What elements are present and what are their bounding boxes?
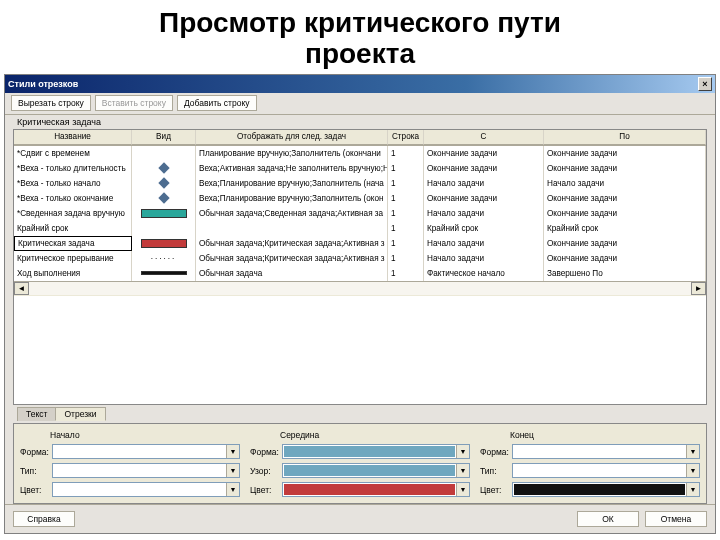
- chevron-down-icon: ▼: [456, 483, 469, 496]
- table-row[interactable]: *Веха - только длительностьВеха;Активная…: [14, 161, 706, 176]
- section-label: Критическая задача: [9, 115, 711, 129]
- ok-button[interactable]: ОК: [577, 511, 639, 527]
- chevron-down-icon: ▼: [686, 483, 699, 496]
- tab-text[interactable]: Текст: [17, 407, 56, 421]
- mid-forma-combo[interactable]: ▼: [282, 444, 470, 459]
- table-row[interactable]: *Веха - только окончаниеВеха;Планировани…: [14, 191, 706, 206]
- label-start: Начало: [20, 430, 240, 440]
- col-po[interactable]: По: [544, 130, 706, 145]
- chevron-down-icon: ▼: [456, 445, 469, 458]
- app-window: Стили отрезков × Вырезать строку Вставит…: [4, 74, 716, 534]
- hscrollbar[interactable]: ◄ ►: [14, 281, 706, 296]
- mid-cvet-combo[interactable]: ▼: [282, 482, 470, 497]
- scroll-left-icon[interactable]: ◄: [14, 282, 29, 295]
- col-show[interactable]: Отображать для след. задач: [196, 130, 388, 145]
- chevron-down-icon: ▼: [456, 464, 469, 477]
- help-button[interactable]: Справка: [13, 511, 75, 527]
- paste-row-button[interactable]: Вставить строку: [95, 95, 173, 111]
- start-tip-combo[interactable]: ▼: [52, 463, 240, 478]
- end-forma-combo[interactable]: ▼: [512, 444, 700, 459]
- footer: Справка ОК Отмена: [5, 504, 715, 533]
- end-cvet-combo[interactable]: ▼: [512, 482, 700, 497]
- table-row[interactable]: Критическое прерывание······Обычная зада…: [14, 251, 706, 266]
- tab-bars[interactable]: Отрезки: [55, 407, 105, 421]
- add-row-button[interactable]: Добавить строку: [177, 95, 257, 111]
- group-start: Начало Форма: ▼ Тип: ▼ Цвет: ▼: [20, 430, 240, 497]
- cut-row-button[interactable]: Вырезать строку: [11, 95, 91, 111]
- table-row[interactable]: Критическая задачаОбычная задача;Критиче…: [14, 236, 706, 251]
- chevron-down-icon: ▼: [226, 464, 239, 477]
- group-middle: Середина Форма: ▼ Узор: ▼ Цвет: ▼: [250, 430, 470, 497]
- chevron-down-icon: ▼: [226, 483, 239, 496]
- col-s[interactable]: С: [424, 130, 544, 145]
- label-end: Конец: [480, 430, 700, 440]
- group-end: Конец Форма: ▼ Тип: ▼ Цвет: ▼: [480, 430, 700, 497]
- cancel-button[interactable]: Отмена: [645, 511, 707, 527]
- end-tip-combo[interactable]: ▼: [512, 463, 700, 478]
- col-row[interactable]: Строка: [388, 130, 424, 145]
- table-row[interactable]: *Сдвиг с временемПланирование вручную;За…: [14, 146, 706, 161]
- styles-grid: Название Вид Отображать для след. задач …: [13, 129, 707, 405]
- slide-title: Просмотр критического путипроекта: [0, 0, 720, 74]
- chevron-down-icon: ▼: [686, 445, 699, 458]
- label-middle: Середина: [250, 430, 470, 440]
- table-row[interactable]: *Сведенная задача вручнуюОбычная задача;…: [14, 206, 706, 221]
- titlebar: Стили отрезков ×: [5, 75, 715, 93]
- toolbar: Вырезать строку Вставить строку Добавить…: [5, 93, 715, 115]
- col-name[interactable]: Название: [14, 130, 132, 145]
- bar-style-panel: Начало Форма: ▼ Тип: ▼ Цвет: ▼ Середина …: [13, 423, 707, 504]
- close-icon[interactable]: ×: [698, 77, 712, 91]
- chevron-down-icon: ▼: [226, 445, 239, 458]
- chevron-down-icon: ▼: [686, 464, 699, 477]
- scroll-right-icon[interactable]: ►: [691, 282, 706, 295]
- table-row[interactable]: Ход выполненияОбычная задача1Фактическое…: [14, 266, 706, 281]
- start-cvet-combo[interactable]: ▼: [52, 482, 240, 497]
- grid-body: *Сдвиг с временемПланирование вручную;За…: [14, 146, 706, 281]
- start-forma-combo[interactable]: ▼: [52, 444, 240, 459]
- lower-tabs: Текст Отрезки: [9, 405, 711, 423]
- table-row[interactable]: *Веха - только началоВеха;Планирование в…: [14, 176, 706, 191]
- col-vid[interactable]: Вид: [132, 130, 196, 145]
- grid-header: Название Вид Отображать для след. задач …: [14, 130, 706, 146]
- mid-uzor-combo[interactable]: ▼: [282, 463, 470, 478]
- window-title: Стили отрезков: [8, 79, 78, 89]
- table-row[interactable]: Крайний срок1Крайний срокКрайний срок: [14, 221, 706, 236]
